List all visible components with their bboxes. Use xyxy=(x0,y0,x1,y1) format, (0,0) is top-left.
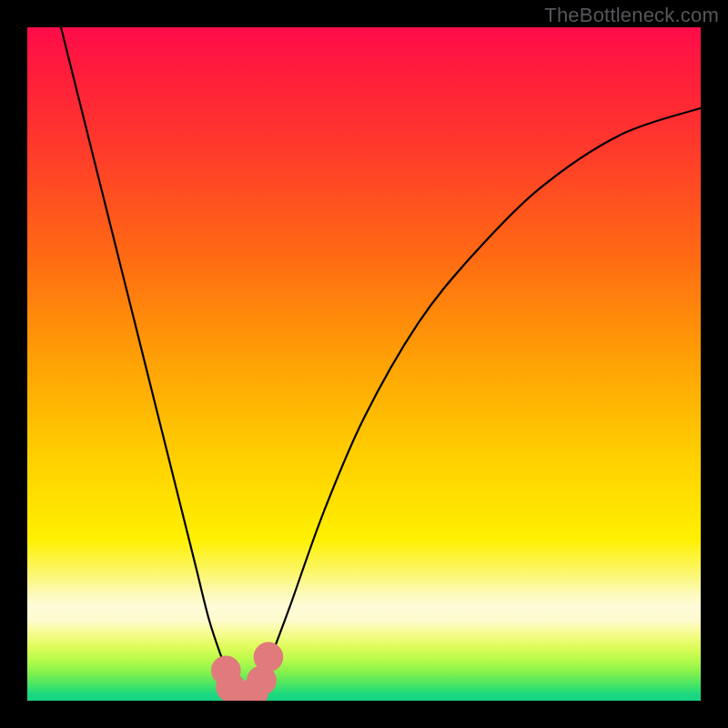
marker-dots xyxy=(211,642,283,701)
plot-area xyxy=(27,27,701,701)
bottleneck-curve xyxy=(61,27,701,701)
curve-layer xyxy=(27,27,701,701)
chart-frame: TheBottleneck.com xyxy=(0,0,728,728)
watermark-text: TheBottleneck.com xyxy=(544,4,719,27)
marker-dot xyxy=(254,642,284,672)
